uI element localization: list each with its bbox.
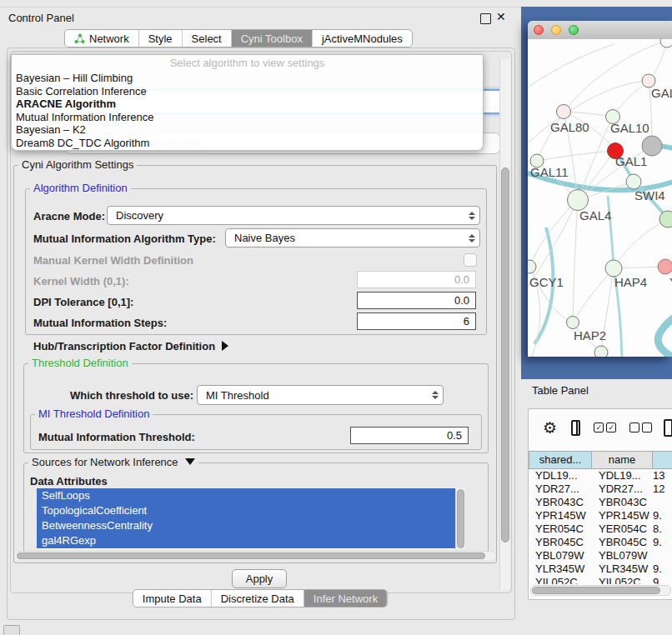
manual-kernel-width-checkbox[interactable] bbox=[464, 253, 477, 267]
mi-steps-label: Mutual Information Steps: bbox=[33, 317, 167, 329]
network-node[interactable] bbox=[605, 260, 622, 277]
table-row[interactable]: YER054CYER054C8. bbox=[529, 522, 672, 536]
network-node[interactable] bbox=[658, 259, 672, 274]
table-row[interactable]: YPR145WYPR145W9. bbox=[529, 509, 672, 522]
network-node[interactable] bbox=[567, 317, 579, 329]
column-header-name[interactable]: name bbox=[592, 451, 653, 469]
table-panel: ⚙ ✓✓ shared... name YDL19...YDL19...13YD… bbox=[528, 408, 672, 600]
tab-select[interactable]: Select bbox=[183, 30, 232, 47]
select-all-icon[interactable]: ✓✓ bbox=[594, 422, 616, 432]
control-panel-header: Control Panel ✕ bbox=[0, 8, 521, 29]
tab-impute-data[interactable]: Impute Data bbox=[133, 590, 212, 607]
mi-threshold-field[interactable]: 0.5 bbox=[350, 427, 469, 444]
network-canvas[interactable]: GALGAL80GAL10GAL1GAL11SWI4GAL4GCY1HAP4YH… bbox=[528, 39, 672, 357]
network-edge bbox=[608, 196, 614, 268]
network-node-label: HAP4 bbox=[614, 275, 647, 289]
close-icon[interactable]: ✕ bbox=[496, 10, 506, 23]
manual-kernel-width-label: Manual Kernel Width Definition bbox=[33, 254, 193, 267]
column-header-shared-name[interactable]: shared... bbox=[529, 451, 592, 469]
tab-network[interactable]: Network bbox=[65, 30, 139, 47]
algorithm-option[interactable]: Basic Correlation Inference bbox=[12, 85, 483, 98]
network-edge bbox=[573, 268, 614, 322]
table-toolbar: ⚙ ✓✓ bbox=[529, 409, 672, 446]
table-row[interactable]: YDR27...YDR27...12 bbox=[529, 482, 672, 496]
attribute-item[interactable]: TopologicalCoefficient bbox=[37, 503, 455, 518]
combo-arrows-icon bbox=[464, 212, 479, 220]
network-node[interactable] bbox=[568, 190, 589, 211]
dpi-tolerance-field[interactable]: 0.0 bbox=[357, 292, 476, 309]
table-cell: 8. bbox=[653, 522, 672, 536]
tab-style[interactable]: Style bbox=[139, 30, 183, 47]
network-node[interactable] bbox=[626, 174, 641, 189]
table-cell: YBR045C bbox=[592, 536, 653, 549]
network-canvas-svg: GALGAL80GAL10GAL1GAL11SWI4GAL4GCY1HAP4YH… bbox=[528, 39, 672, 357]
float-window-icon[interactable] bbox=[480, 13, 491, 24]
table-cell: YDL19... bbox=[592, 469, 653, 482]
sources-toggle[interactable]: Sources for Network Inference bbox=[28, 457, 198, 468]
table-header-row: shared... name bbox=[529, 451, 672, 469]
network-edge bbox=[528, 81, 649, 148]
attribute-item[interactable]: gal4RGexp bbox=[37, 533, 455, 548]
table-cell: YER054C bbox=[529, 522, 592, 536]
mi-algorithm-type-combobox[interactable]: Naive Bayes bbox=[225, 228, 480, 248]
table-row[interactable]: YBR043CYBR043C bbox=[529, 496, 672, 509]
minimize-traffic-light-icon[interactable] bbox=[551, 25, 561, 35]
attribute-item[interactable]: BetweennessCentrality bbox=[37, 518, 455, 533]
table-cell: YIL052C bbox=[592, 576, 653, 584]
table-cell: YBR045C bbox=[529, 536, 592, 549]
table-row[interactable]: YBL079WYBL079W bbox=[529, 549, 672, 562]
which-threshold-combobox[interactable]: MI Threshold bbox=[197, 385, 444, 405]
table-hscrollbar[interactable] bbox=[530, 585, 671, 596]
collapsed-panel-icon[interactable] bbox=[3, 625, 20, 635]
table-cell bbox=[653, 549, 672, 562]
zoom-traffic-light-icon[interactable] bbox=[569, 25, 579, 35]
table-cell bbox=[653, 496, 672, 509]
network-node[interactable] bbox=[557, 105, 571, 119]
control-panel-tabs: Network Style Select Cyni Toolbox jActiv… bbox=[64, 29, 413, 48]
table-cell: YPR145W bbox=[529, 509, 592, 522]
algorithm-option[interactable]: Mutual Information Inference bbox=[12, 111, 483, 124]
table-row[interactable]: YDL19...YDL19...13 bbox=[529, 469, 672, 482]
apply-button[interactable]: Apply bbox=[232, 569, 287, 588]
network-node[interactable] bbox=[594, 346, 608, 357]
kernel-width-field[interactable]: 0.0 bbox=[357, 271, 476, 288]
hub-definition-toggle[interactable]: Hub/Transcription Factor Definition bbox=[33, 340, 228, 352]
network-node-label: SWI4 bbox=[634, 188, 665, 202]
algorithm-option-selected[interactable]: ARACNE Algorithm bbox=[12, 98, 483, 111]
settings-hscrollbar[interactable] bbox=[15, 551, 495, 560]
tab-cyni-toolbox[interactable]: Cyni Toolbox bbox=[232, 30, 313, 47]
gear-icon[interactable]: ⚙ bbox=[543, 418, 557, 438]
network-node[interactable] bbox=[659, 211, 672, 228]
tab-network-label: Network bbox=[89, 32, 129, 45]
algorithm-option[interactable]: Bayesian – K2 bbox=[12, 123, 483, 137]
network-window-titlebar[interactable] bbox=[528, 21, 672, 40]
bottom-tabs: Impute Data Discretize Data Infer Networ… bbox=[133, 589, 388, 608]
column-header-partial[interactable] bbox=[653, 451, 672, 469]
table-row[interactable]: YBR045CYBR045C9. bbox=[529, 536, 672, 549]
network-node[interactable] bbox=[642, 136, 662, 156]
collapse-down-icon bbox=[185, 458, 195, 465]
network-edge bbox=[537, 151, 615, 161]
deselect-all-icon[interactable] bbox=[629, 422, 652, 432]
table-row[interactable]: YIL052CYIL052C9 bbox=[529, 576, 672, 584]
table-row[interactable]: YLR345WYLR345W9. bbox=[529, 562, 672, 576]
tab-discretize-data[interactable]: Discretize Data bbox=[212, 590, 304, 607]
aracne-mode-combobox[interactable]: Discovery bbox=[107, 206, 480, 225]
attribute-item[interactable]: SelfLoops bbox=[37, 488, 455, 503]
attributes-scrollbar[interactable] bbox=[455, 488, 465, 549]
close-traffic-light-icon[interactable] bbox=[534, 25, 544, 35]
settings-vscrollbar[interactable] bbox=[499, 59, 510, 590]
network-node[interactable] bbox=[660, 39, 672, 48]
mi-steps-field[interactable]: 6 bbox=[357, 312, 476, 330]
table-cell: YDR27... bbox=[592, 482, 653, 496]
algorithm-option[interactable]: Dream8 DC_TDC Algorithm bbox=[12, 137, 483, 150]
table-cell: 9. bbox=[653, 509, 672, 522]
network-node[interactable] bbox=[528, 260, 536, 273]
mi-threshold-label: Mutual Information Threshold: bbox=[38, 431, 195, 443]
network-node-label: GAL1 bbox=[615, 154, 647, 168]
function-builder-icon[interactable] bbox=[664, 419, 672, 437]
algorithm-option[interactable]: Bayesian – Hill Climbing bbox=[12, 72, 483, 85]
tab-infer-network[interactable]: Infer Network bbox=[304, 590, 387, 607]
tab-jactivemnodules[interactable]: jActiveMNodules bbox=[313, 30, 412, 47]
columns-icon[interactable] bbox=[571, 420, 580, 436]
